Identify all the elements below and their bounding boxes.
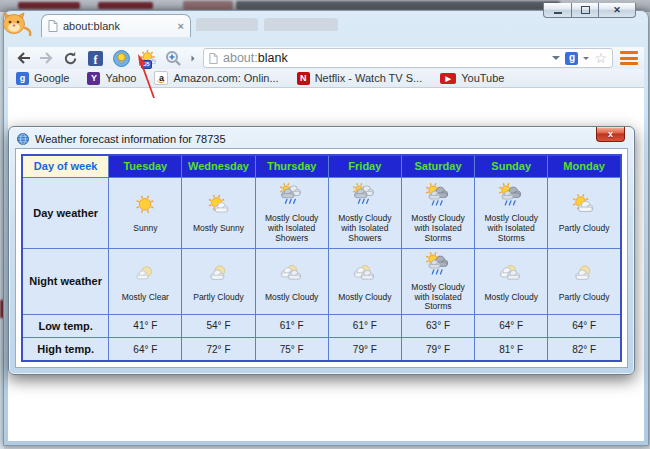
day-weather-cell-tuesday: Sunny [109, 177, 182, 248]
partly-cloudy-day-icon [570, 192, 598, 223]
storms-icon [424, 182, 452, 213]
menu-bar [620, 62, 638, 65]
bookmark-youtube[interactable]: ▶YouTube [440, 72, 504, 84]
annotation-arrow [128, 50, 162, 102]
popup-title: Weather forecast information for 78735 [35, 133, 226, 145]
popup-client-area: Day of weekTuesdayWednesdayThursdayFrida… [15, 148, 628, 368]
night-weather-cell-friday: Mostly Cloudy [328, 249, 401, 314]
weather-caption: Mostly Cloudy [265, 293, 318, 303]
weather-caption: Sunny [133, 224, 157, 234]
mostly-clear-night-icon [131, 261, 159, 292]
high-temp-cell-wednesday: 72° F [182, 338, 255, 361]
menu-bar [620, 57, 638, 60]
netflix-icon: N [297, 72, 310, 85]
high-temp-cell-sunday: 81° F [475, 338, 548, 361]
low-temp-cell-saturday: 63° F [401, 314, 474, 337]
toolbar-overflow-icon[interactable] [192, 55, 195, 61]
low-temp-cell-thursday: 61° F [255, 314, 328, 337]
address-dropdown-icon[interactable] [552, 56, 560, 60]
header-monday: Monday [548, 155, 621, 177]
low-temp-cell-friday: 61° F [328, 314, 401, 337]
browser-toolbar: f 55 about:blank g ☆ [8, 47, 644, 69]
high-temp-cell-saturday: 79° F [401, 338, 474, 361]
low-temp-cell-sunday: 64° F [475, 314, 548, 337]
bookmark-label: Netflix - Watch TV S... [315, 72, 423, 84]
bookmark-google[interactable]: gGoogle [16, 72, 69, 85]
minimize-button[interactable] [543, 3, 572, 18]
header-sunday: Sunday [475, 155, 548, 177]
row-label: High temp. [22, 338, 109, 361]
mostly-sunny-icon [205, 192, 233, 223]
weather-caption: Mostly Cloudy with Isolated Showers [257, 214, 327, 243]
zoom-extension-icon[interactable] [164, 49, 183, 67]
page-icon [209, 53, 218, 64]
table-row-low-temp: Low temp.41° F54° F61° F61° F63° F64° F6… [22, 314, 621, 337]
bookmark-netflix[interactable]: NNetflix - Watch TV S... [297, 72, 423, 85]
day-weather-cell-saturday: Mostly Cloudy with Isolated Storms [401, 177, 474, 248]
night-weather-cell-wednesday: Partly Cloudy [182, 249, 255, 314]
background-blur-item [236, 1, 560, 10]
row-label: Night weather [22, 249, 109, 314]
table-row-night-weather: Night weather Mostly Clear Partly Cloudy… [22, 249, 621, 314]
browser-tab[interactable]: about:blank × [41, 14, 191, 37]
minimize-icon [554, 12, 562, 14]
showers-icon [278, 182, 306, 213]
cat-icon[interactable] [2, 12, 32, 40]
mostly-cloudy-icon [278, 261, 306, 292]
high-temp-cell-thursday: 75° F [255, 338, 328, 361]
youtube-icon: ▶ [440, 73, 456, 84]
weather-table: Day of weekTuesdayWednesdayThursdayFrida… [21, 154, 622, 362]
popup-close-button[interactable]: x [596, 127, 625, 142]
background-blur-item [183, 1, 233, 10]
mostly-cloudy-icon [497, 261, 525, 292]
row-label: Day weather [22, 177, 109, 248]
address-bar[interactable]: about:blank g ☆ [203, 48, 613, 68]
google-icon: g [16, 72, 29, 85]
showers-icon [351, 182, 379, 213]
reload-button[interactable] [62, 50, 79, 67]
chrome-menu-button[interactable] [620, 50, 638, 66]
forward-button[interactable] [38, 50, 55, 67]
table-row-high-temp: High temp.64° F72° F75° F79° F79° F81° F… [22, 338, 621, 361]
weather-caption: Mostly Cloudy with Isolated Storms [476, 214, 546, 243]
google-search-icon[interactable]: g [565, 52, 578, 65]
close-window-button[interactable]: ✕ [598, 3, 636, 18]
sunny-icon [131, 192, 159, 223]
weather-caption: Partly Cloudy [559, 224, 610, 234]
bookmark-star-icon[interactable]: ☆ [594, 51, 607, 65]
bookmark-label: YouTube [461, 72, 504, 84]
tab-close-icon[interactable]: × [178, 21, 184, 32]
night-weather-cell-monday: Partly Cloudy [548, 249, 621, 314]
weather-caption: Partly Cloudy [559, 293, 610, 303]
page-icon [48, 20, 58, 32]
weather-caption: Mostly Cloudy with Isolated Storms [403, 214, 473, 243]
day-weather-cell-friday: Mostly Cloudy with Isolated Showers [328, 177, 401, 248]
globe-icon [17, 133, 29, 145]
bookmark-amazon[interactable]: aAmazon.com: Onlin... [154, 71, 278, 85]
day-weather-cell-monday: Partly Cloudy [548, 177, 621, 248]
weather-caption: Partly Cloudy [193, 293, 244, 303]
header-wednesday: Wednesday [182, 155, 255, 177]
night-weather-cell-tuesday: Mostly Clear [109, 249, 182, 314]
night-weather-cell-thursday: Mostly Cloudy [255, 249, 328, 314]
popup-titlebar[interactable]: Weather forecast information for 78735 [9, 127, 634, 148]
mostly-cloudy-icon [351, 261, 379, 292]
table-row-day-weather: Day weather Sunny Mostly Sunny Mostly Cl… [22, 177, 621, 248]
header-tuesday: Tuesday [109, 155, 182, 177]
bookmark-label: Google [34, 72, 69, 84]
maximize-button[interactable] [572, 3, 598, 18]
night-weather-cell-sunday: Mostly Cloudy [475, 249, 548, 314]
high-temp-cell-monday: 82° F [548, 338, 621, 361]
partly-cloudy-night-icon [205, 261, 233, 292]
search-engine-dropdown-icon[interactable] [583, 57, 589, 60]
back-button[interactable] [14, 50, 31, 67]
bookmarks-bar: gGoogleYYahooaAmazon.com: Onlin...NNetfl… [8, 69, 644, 88]
table-header-row: Day of weekTuesdayWednesdayThursdayFrida… [22, 155, 621, 177]
address-url[interactable]: about:blank [223, 51, 547, 65]
menu-bar [620, 51, 638, 54]
storms-icon [497, 182, 525, 213]
header-thursday: Thursday [255, 155, 328, 177]
storms-icon [424, 251, 452, 282]
facebook-extension-icon[interactable]: f [86, 49, 105, 67]
day-weather-cell-thursday: Mostly Cloudy with Isolated Showers [255, 177, 328, 248]
